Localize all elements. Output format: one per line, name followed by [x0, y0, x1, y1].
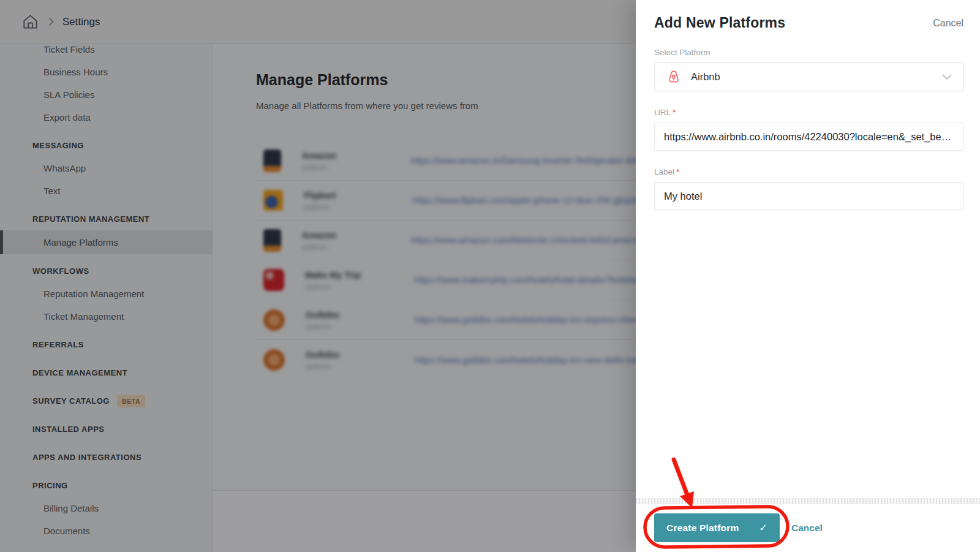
dim-overlay [0, 0, 636, 552]
footer-cancel-link[interactable]: Cancel [791, 523, 823, 534]
create-platform-button[interactable]: Create Platform ✓ [654, 513, 780, 542]
required-asterisk: * [676, 167, 679, 176]
panel-footer: Create Platform ✓ Cancel [636, 504, 980, 552]
chevron-down-icon [942, 74, 952, 80]
label-label: Label* [654, 167, 963, 176]
check-icon: ✓ [759, 522, 767, 534]
panel-title: Add New Platforms [654, 15, 785, 31]
add-platform-panel: Add New Platforms Cancel Select Platform… [636, 0, 980, 552]
label-input[interactable]: My hotel [654, 182, 963, 210]
url-input[interactable]: https://www.airbnb.co.in/rooms/42240030?… [654, 123, 963, 151]
panel-cancel-link[interactable]: Cancel [933, 18, 963, 29]
required-asterisk: * [673, 108, 676, 117]
platform-select-value: Airbnb [691, 71, 942, 83]
select-platform-label: Select Platform [654, 48, 963, 57]
url-label: URL* [654, 108, 963, 117]
airbnb-icon [666, 69, 682, 85]
platform-select[interactable]: Airbnb [654, 62, 963, 91]
